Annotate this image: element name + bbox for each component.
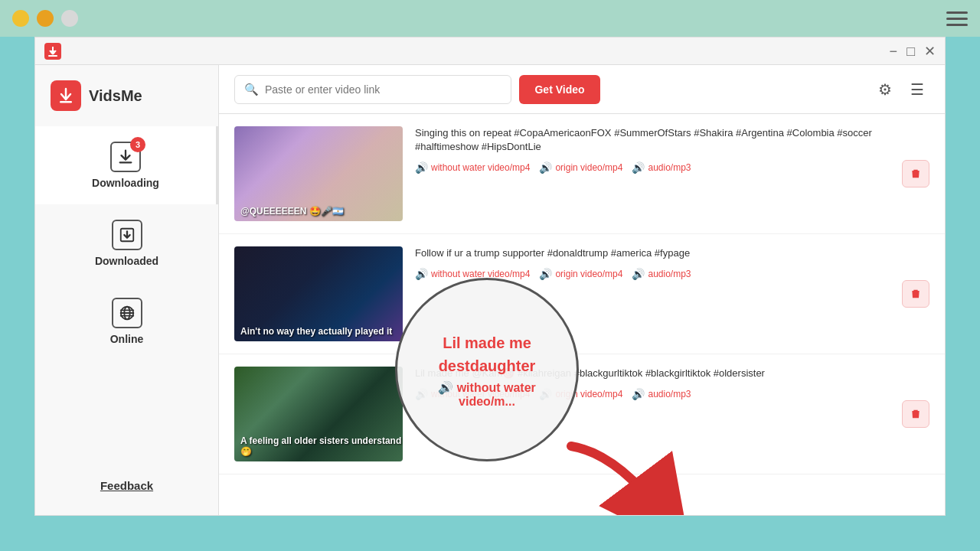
speaker-icon-1a: 🔊	[415, 161, 428, 174]
video-formats-1: 🔊 without water video/mp4 🔊 origin video…	[415, 161, 890, 174]
feedback-link[interactable]: Feedback	[100, 464, 153, 515]
main-content: 🔍 Get Video ⚙ ☰ @QUEEEEEEN 🤩🎤🇦🇷 Singing …	[219, 65, 945, 515]
search-icon: 🔍	[244, 83, 259, 96]
app-body: VidsMe 3 Downloading	[35, 65, 945, 515]
sidebar-nav: 3 Downloading	[35, 126, 218, 360]
thumb-overlay-1: @QUEEEEEEN 🤩🎤🇦🇷	[240, 206, 344, 217]
speaker-icon-2a: 🔊	[415, 268, 428, 280]
svg-rect-4	[60, 101, 72, 103]
format-label-1b: origin video/mp4	[555, 162, 622, 173]
format-label-3a: without water video/mp4	[431, 389, 530, 399]
video-item: @QUEEEEEEN 🤩🎤🇦🇷 Singing this on repeat #…	[219, 114, 945, 234]
format-badge-no-water-1[interactable]: 🔊 without water video/mp4	[415, 161, 530, 174]
format-badge-audio-3[interactable]: 🔊 audio/mp3	[632, 388, 691, 400]
speaker-icon-3b: 🔊	[539, 388, 552, 400]
delete-button-3[interactable]	[902, 400, 929, 428]
speaker-icon-3c: 🔊	[632, 388, 645, 400]
sidebar-downloaded-label: Downloaded	[95, 255, 158, 267]
sidebar-downloading-label: Downloading	[92, 177, 159, 189]
app-logo-area: VidsMe	[35, 80, 142, 126]
delete-button-2[interactable]	[902, 280, 929, 308]
minimize-button[interactable]: −	[890, 44, 898, 58]
speaker-icon-2b: 🔊	[539, 268, 552, 280]
thumb-overlay-2: Ain't no way they actually played it	[240, 326, 392, 337]
speaker-icon-1c: 🔊	[632, 161, 645, 174]
sidebar-item-downloading[interactable]: 3 Downloading	[35, 126, 218, 204]
video-list: @QUEEEEEEN 🤩🎤🇦🇷 Singing this on repeat #…	[219, 114, 945, 515]
format-label-2a: without water video/mp4	[431, 269, 530, 279]
get-video-button[interactable]: Get Video	[519, 75, 599, 104]
svg-rect-3	[48, 55, 57, 57]
app-icon	[44, 43, 61, 60]
format-label-1c: audio/mp3	[648, 162, 691, 173]
title-bar-menu-icon[interactable]	[946, 11, 968, 26]
speaker-icon-1b: 🔊	[539, 161, 552, 174]
download-active-icon: 3	[110, 142, 141, 172]
menu-line-2	[946, 18, 968, 20]
downloading-badge: 3	[130, 137, 145, 152]
format-label-2c: audio/mp3	[648, 269, 691, 279]
window-chrome: − □ ✕	[35, 37, 945, 65]
header-bar: 🔍 Get Video ⚙ ☰	[219, 65, 945, 114]
video-info-2: Follow if ur a trump supporter #donaldtr…	[415, 246, 890, 280]
title-bar	[0, 0, 980, 37]
dot-light[interactable]	[61, 10, 78, 27]
menu-line-3	[946, 24, 968, 26]
video-title-2: Follow if ur a trump supporter #donaldtr…	[415, 246, 890, 260]
app-logo-text: VidsMe	[89, 87, 142, 105]
search-box[interactable]: 🔍	[234, 75, 511, 104]
video-item: A feeling all older sisters understand 🤭…	[219, 354, 945, 474]
window-dots	[12, 10, 78, 27]
format-badge-origin-3[interactable]: 🔊 origin video/mp4	[539, 388, 622, 400]
video-item: Ain't no way they actually played it Fol…	[219, 234, 945, 354]
app-window: − □ ✕ VidsMe	[34, 37, 946, 516]
video-formats-2: 🔊 without water video/mp4 🔊 origin video…	[415, 268, 890, 280]
delete-button-1[interactable]	[902, 160, 929, 187]
video-thumbnail-1: @QUEEEEEEN 🤩🎤🇦🇷	[234, 126, 403, 221]
online-icon	[112, 298, 142, 328]
speaker-icon-3a: 🔊	[415, 388, 428, 400]
video-info-3: Lil made me @Kam🎯 #kilahreigan #blackgur…	[415, 367, 890, 400]
settings-icon[interactable]: ⚙	[873, 77, 897, 102]
sidebar: VidsMe 3 Downloading	[35, 65, 219, 515]
video-title-3: Lil made me @Kam🎯 #kilahreigan #blackgur…	[415, 367, 890, 380]
format-badge-no-water-2[interactable]: 🔊 without water video/mp4	[415, 268, 530, 280]
menu-line-1	[946, 11, 968, 14]
format-label-3b: origin video/mp4	[555, 389, 622, 399]
chrome-controls: − □ ✕	[890, 44, 936, 58]
video-info-1: Singing this on repeat #CopaAmericaonFOX…	[415, 126, 890, 174]
downloaded-icon	[112, 220, 142, 250]
thumb-overlay-3: A feeling all older sisters understand 🤭	[240, 435, 403, 457]
format-label-3c: audio/mp3	[648, 389, 691, 399]
video-formats-3: 🔊 without water video/mp4 🔊 origin video…	[415, 388, 890, 400]
maximize-button[interactable]: □	[906, 44, 915, 58]
close-button[interactable]: ✕	[924, 44, 936, 58]
speaker-icon-2c: 🔊	[632, 268, 645, 280]
video-title-1: Singing this on repeat #CopaAmericaonFOX…	[415, 126, 890, 154]
menu-icon[interactable]: ☰	[905, 77, 929, 102]
video-thumbnail-2: Ain't no way they actually played it	[234, 246, 403, 341]
sidebar-item-online[interactable]: Online	[35, 282, 218, 360]
format-label-1a: without water video/mp4	[431, 162, 530, 173]
sidebar-online-label: Online	[110, 333, 144, 345]
format-label-2b: origin video/mp4	[555, 269, 622, 279]
app-logo-icon	[51, 80, 81, 111]
format-badge-origin-1[interactable]: 🔊 origin video/mp4	[539, 161, 622, 174]
format-badge-audio-1[interactable]: 🔊 audio/mp3	[632, 161, 691, 174]
sidebar-item-downloaded[interactable]: Downloaded	[35, 204, 218, 282]
video-thumbnail-3: A feeling all older sisters understand 🤭	[234, 367, 403, 461]
format-badge-no-water-3[interactable]: 🔊 without water video/mp4	[415, 388, 530, 400]
format-badge-origin-2[interactable]: 🔊 origin video/mp4	[539, 268, 622, 280]
search-input[interactable]	[265, 83, 501, 96]
format-badge-audio-2[interactable]: 🔊 audio/mp3	[632, 268, 691, 280]
dot-orange[interactable]	[37, 10, 54, 27]
dot-yellow[interactable]	[12, 10, 29, 27]
